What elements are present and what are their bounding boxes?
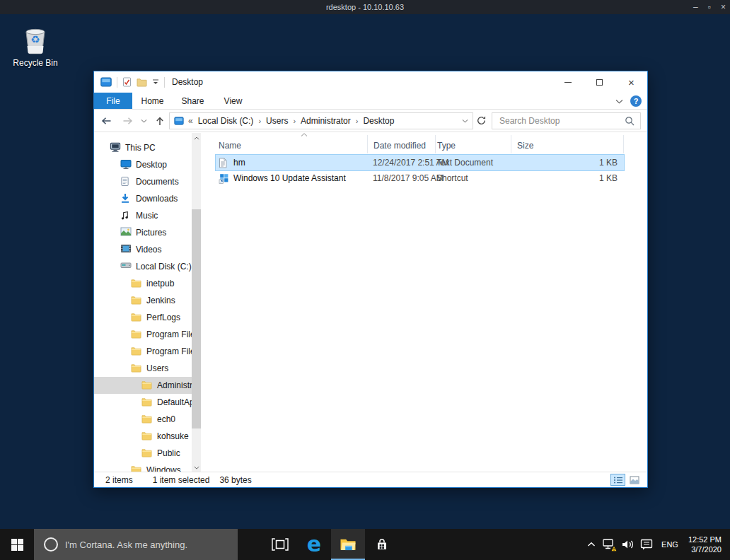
sidebar-item-kohsuke[interactable]: kohsuke: [94, 428, 192, 445]
sidebar-item-jenkins[interactable]: Jenkins: [94, 292, 192, 309]
recycle-bin[interactable]: ♻ Recycle Bin: [6, 23, 65, 68]
qat-customize-button[interactable]: [152, 79, 159, 85]
clock-time: 12:52 PM: [688, 535, 722, 544]
file-row-hm[interactable]: hm12/24/2017 2:51 AMText Document1 KB: [216, 155, 624, 170]
sidebar-item-this-pc[interactable]: This PC: [94, 139, 192, 156]
address-dropdown-chevron-icon[interactable]: [462, 119, 468, 123]
selection-count: 1 item selected: [153, 475, 210, 485]
cortana-icon: [44, 537, 58, 552]
sidebar-item-label: Program Files: [146, 329, 192, 339]
cortana-search-input[interactable]: [65, 539, 238, 550]
documents-icon: [120, 176, 132, 187]
sidebar-item-label: ech0: [157, 414, 175, 424]
store-button[interactable]: [365, 529, 399, 560]
column-header-size[interactable]: Size: [511, 135, 624, 153]
sidebar-item-downloads[interactable]: Downloads: [94, 190, 192, 207]
breadcrumb-segment-desktop[interactable]: Desktop: [361, 116, 396, 126]
column-header-date-modified[interactable]: Date modified: [367, 135, 435, 153]
edge-button[interactable]: e: [297, 529, 331, 560]
remote-close-button[interactable]: ×: [721, 0, 726, 14]
sidebar-item-perflogs[interactable]: PerfLogs: [94, 309, 192, 326]
sidebar-item-administrato[interactable]: Administrato: [94, 377, 192, 394]
remote-minimize-button[interactable]: –: [693, 0, 698, 14]
file-type: Shortcut: [435, 173, 511, 183]
address-field[interactable]: « Local Disk (C:)›Users›Administrator›De…: [169, 112, 473, 129]
cortana-search-box[interactable]: [34, 529, 238, 560]
recent-locations-chevron-icon[interactable]: [137, 119, 151, 123]
tray-expand-chevron-icon[interactable]: [582, 529, 601, 560]
breadcrumb-segment-local-disk-c[interactable]: Local Disk (C:): [196, 116, 256, 126]
file-explorer-button[interactable]: [331, 529, 365, 560]
column-header-type[interactable]: Type: [435, 135, 511, 153]
network-warning-icon[interactable]: [601, 529, 619, 560]
language-indicator[interactable]: ENG: [656, 540, 684, 549]
file-type: Text Document: [435, 158, 511, 168]
volume-icon[interactable]: [619, 529, 637, 560]
sidebar-item-local-disk-c[interactable]: Local Disk (C:): [94, 258, 192, 275]
sidebar-item-desktop[interactable]: Desktop: [94, 156, 192, 173]
status-bar: 2 items 1 item selected 36 bytes: [94, 472, 647, 487]
sidebar-item-label: Documents: [136, 177, 179, 187]
help-icon[interactable]: ?: [630, 95, 642, 107]
window-close-button[interactable]: ×: [615, 71, 647, 93]
window-minimize-button[interactable]: [552, 71, 584, 93]
sidebar-item-windows[interactable]: Windows: [94, 462, 192, 472]
sidebar-item-music[interactable]: Music: [94, 207, 192, 224]
taskbar: e ENG 12:52 PM 3/7/2020: [0, 529, 730, 560]
large-icons-view-button[interactable]: [627, 474, 642, 486]
tab-file[interactable]: File: [94, 93, 132, 109]
svg-text:♻: ♻: [30, 33, 40, 45]
qat-new-folder-button[interactable]: [137, 77, 147, 87]
sidebar-item-defaultapppo[interactable]: DefaultAppPo: [94, 394, 192, 411]
file-size: 1 KB: [511, 173, 624, 183]
remote-maximize-button[interactable]: ▫: [708, 0, 711, 14]
sidebar-item-public[interactable]: Public: [94, 445, 192, 462]
action-center-icon[interactable]: [637, 529, 656, 560]
edge-icon: e: [307, 534, 321, 555]
breadcrumb-separator-icon: ›: [255, 117, 264, 125]
breadcrumb-segment-users[interactable]: Users: [264, 116, 290, 126]
tab-view[interactable]: View: [213, 93, 253, 109]
task-view-button[interactable]: [263, 529, 297, 560]
up-button[interactable]: [151, 116, 169, 126]
column-header-name[interactable]: Name: [202, 135, 367, 153]
sidebar-item-pictures[interactable]: Pictures: [94, 224, 192, 241]
file-row-windows-10-update-assistant[interactable]: Windows 10 Update Assistant11/8/2017 9:0…: [216, 170, 624, 186]
refresh-button[interactable]: [476, 115, 487, 126]
sidebar-item-inetpub[interactable]: inetpub: [94, 275, 192, 292]
folder-icon: [141, 414, 153, 425]
sidebar-item-label: Program Files (: [146, 346, 192, 356]
breadcrumb-overflow-chevron[interactable]: «: [184, 116, 196, 126]
search-icon[interactable]: [625, 116, 640, 126]
sidebar-item-label: Public: [157, 448, 180, 458]
forward-button[interactable]: [118, 117, 137, 125]
scroll-down-icon[interactable]: [192, 462, 201, 472]
folder-icon: [141, 380, 153, 391]
back-button[interactable]: [94, 117, 118, 125]
sidebar-item-videos[interactable]: Videos: [94, 241, 192, 258]
nav-scrollbar[interactable]: [192, 133, 201, 472]
details-view-button[interactable]: [610, 474, 625, 486]
sidebar-item-documents[interactable]: Documents: [94, 173, 192, 190]
tab-home[interactable]: Home: [132, 93, 173, 109]
tab-share[interactable]: Share: [173, 93, 213, 109]
sidebar-item-program-files[interactable]: Program Files (: [94, 343, 192, 360]
sidebar-item-label: Desktop: [136, 160, 167, 170]
sidebar-item-program-files[interactable]: Program Files: [94, 326, 192, 343]
taskbar-clock[interactable]: 12:52 PM 3/7/2020: [684, 535, 730, 554]
scrollbar-thumb[interactable]: [192, 209, 201, 428]
window-maximize-button[interactable]: [584, 71, 615, 93]
search-input[interactable]: [492, 116, 625, 126]
qat-properties-button[interactable]: [122, 77, 132, 87]
sidebar-item-ech0[interactable]: ech0: [94, 411, 192, 428]
sidebar-item-users[interactable]: Users: [94, 360, 192, 377]
folder-icon: [131, 278, 142, 289]
breadcrumb-segment-administrator[interactable]: Administrator: [299, 116, 353, 126]
scroll-up-icon[interactable]: [192, 133, 201, 143]
recycle-bin-icon: ♻: [19, 23, 52, 55]
close-icon: ×: [628, 77, 635, 88]
ribbon-expand-chevron-icon[interactable]: [615, 99, 623, 104]
remote-titlebar: rdesktop - 10.10.10.63 – ▫ ×: [0, 0, 730, 14]
folder-icon: [131, 329, 142, 340]
start-button[interactable]: [0, 529, 34, 560]
